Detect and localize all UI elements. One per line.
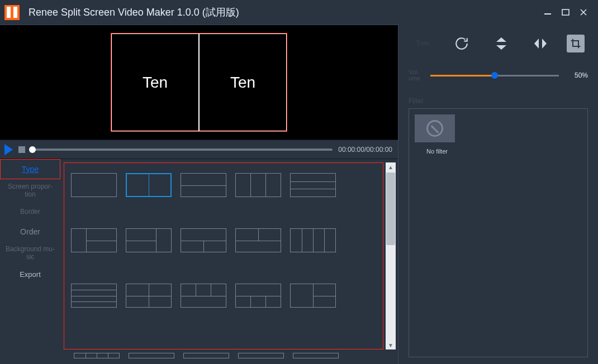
volume-label: Vol- ume [409, 69, 420, 82]
timecode: 00:00:00/00:00:00 [338, 146, 392, 154]
stop-button[interactable] [18, 146, 25, 153]
transport-bar: 00:00:00/00:00:00 [0, 140, 398, 159]
rotate-button[interactable] [449, 35, 474, 52]
tab-background-music[interactable]: Background mu- sic [0, 242, 60, 264]
flip-vertical-button[interactable] [488, 35, 514, 52]
volume-slider[interactable] [430, 75, 559, 76]
app-window: Renee Split Screen Video Maker 1.0.0 (試用… [0, 0, 598, 364]
svg-marker-5 [496, 45, 506, 50]
preview-cell-1[interactable]: Ten [111, 33, 199, 131]
crop-button[interactable] [567, 35, 585, 52]
svg-rect-0 [544, 13, 551, 15]
tab-type[interactable]: Type [0, 159, 60, 179]
svg-rect-1 [562, 9, 569, 15]
play-button[interactable] [4, 144, 13, 155]
preview-cell-2[interactable]: Ten [199, 33, 287, 131]
tab-border[interactable]: Border [0, 202, 60, 222]
layout-split-g[interactable] [290, 284, 336, 308]
filter-section-label: Filter [409, 97, 588, 105]
layout-1x1[interactable] [71, 173, 117, 197]
scroll-down-icon[interactable]: ▼ [386, 341, 396, 349]
layout-3x1[interactable] [235, 173, 281, 197]
tab-order[interactable]: Order [0, 222, 60, 242]
filter-panel: No filter [409, 108, 588, 357]
layout-split-f[interactable] [235, 284, 281, 308]
trim-button[interactable]: Trim [410, 35, 435, 52]
layout-2x1[interactable] [126, 173, 172, 197]
layout-split-c[interactable] [181, 228, 226, 252]
layout-peek-1[interactable] [74, 353, 120, 358]
svg-marker-6 [534, 39, 539, 49]
svg-marker-4 [496, 37, 506, 42]
volume-row: Vol- ume 50% [409, 69, 588, 82]
layout-1x4[interactable] [71, 284, 117, 308]
volume-fill [430, 75, 495, 76]
left-pane: Ten Ten 00:00:00/00:00:00 Type Screen pr… [0, 25, 398, 364]
titlebar: Renee Split Screen Video Maker 1.0.0 (試用… [0, 0, 598, 25]
right-panel: Trim Vol- ume [398, 25, 598, 364]
layout-4x1[interactable] [290, 228, 336, 252]
volume-value: 50% [569, 71, 588, 79]
no-filter-swatch [415, 114, 455, 142]
layout-split-a[interactable] [71, 228, 117, 252]
layout-2x2[interactable] [126, 284, 172, 308]
layout-peek-4[interactable] [238, 353, 284, 358]
layout-1x2[interactable] [181, 173, 226, 197]
svg-marker-7 [542, 39, 547, 49]
layout-peek-3[interactable] [183, 353, 229, 358]
no-filter-icon [426, 120, 443, 137]
layout-split-e[interactable] [181, 284, 226, 308]
preview-area: Ten Ten [0, 25, 398, 140]
flip-horizontal-button[interactable] [528, 35, 553, 52]
layout-peek-5[interactable] [293, 353, 339, 358]
templates-scrollbar[interactable]: ▲ ▼ [386, 162, 396, 349]
tab-export[interactable]: Export [0, 264, 60, 284]
side-tabs: Type Screen propor- tion Border Order Ba… [0, 159, 60, 353]
filter-label-none: No filter [426, 148, 448, 155]
layout-templates [64, 162, 383, 349]
scroll-up-icon[interactable]: ▲ [386, 162, 396, 171]
scroll-thumb[interactable] [386, 173, 395, 245]
layout-peek-2[interactable] [129, 353, 174, 358]
filter-none[interactable]: No filter [415, 114, 459, 156]
app-logo-icon [4, 5, 20, 20]
minimize-button[interactable] [542, 7, 553, 18]
close-button[interactable] [578, 7, 589, 18]
layout-split-d[interactable] [235, 228, 281, 252]
app-title: Renee Split Screen Video Maker 1.0.0 (試用… [29, 6, 239, 19]
tab-screen-proportion[interactable]: Screen propor- tion [0, 179, 60, 202]
layout-split-b[interactable] [126, 228, 172, 252]
timeline-track[interactable] [31, 149, 333, 151]
layout-1x3[interactable] [290, 173, 336, 197]
maximize-button[interactable] [560, 7, 571, 18]
volume-thumb[interactable] [491, 72, 498, 79]
preview-frame: Ten Ten [111, 33, 287, 132]
